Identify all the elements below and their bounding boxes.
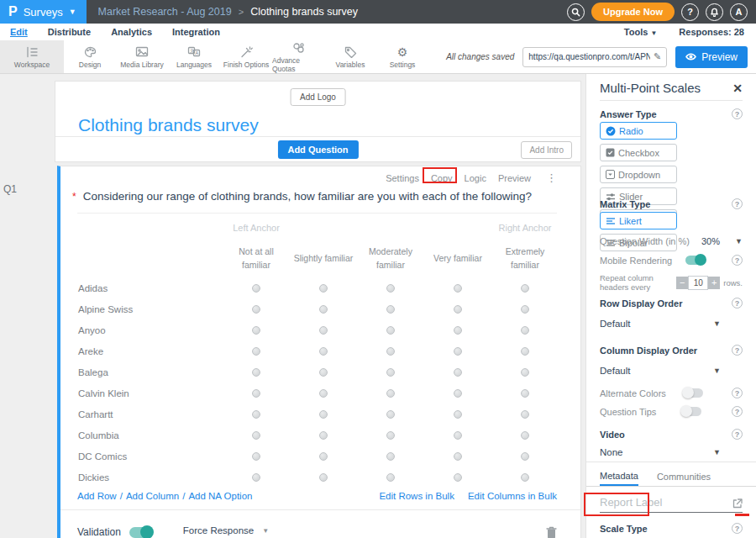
- question-width-value[interactable]: 30%: [701, 236, 720, 246]
- toolbar-item-media-library[interactable]: Media Library: [116, 40, 168, 73]
- radio-button[interactable]: [521, 431, 529, 440]
- tab-communities[interactable]: Communities: [657, 467, 711, 486]
- matrix-row-label[interactable]: Dickies: [60, 472, 223, 483]
- radio-button[interactable]: [386, 347, 395, 356]
- report-label-field[interactable]: Report Label: [600, 496, 743, 513]
- answer-type-checkbox[interactable]: Checkbox: [600, 144, 677, 161]
- matrix-row-label[interactable]: Areke: [60, 346, 223, 356]
- matrix-type-likert[interactable]: Likert: [600, 212, 677, 229]
- radio-button[interactable]: [319, 452, 328, 461]
- radio-button[interactable]: [454, 326, 462, 335]
- question-settings-button[interactable]: Settings: [386, 173, 419, 183]
- radio-button[interactable]: [386, 431, 395, 440]
- radio-button[interactable]: [454, 452, 462, 461]
- toolbar-item-settings[interactable]: ⚙ Settings: [376, 40, 428, 73]
- delete-question-icon[interactable]: [546, 526, 557, 538]
- radio-button[interactable]: [252, 431, 260, 440]
- radio-button[interactable]: [521, 368, 529, 377]
- alternate-colors-toggle[interactable]: [683, 388, 703, 398]
- radio-button[interactable]: [386, 368, 395, 377]
- external-link-icon[interactable]: [732, 498, 743, 509]
- help-icon[interactable]: ?: [732, 198, 743, 209]
- radio-button[interactable]: [454, 431, 462, 440]
- radio-button[interactable]: [319, 368, 328, 377]
- radio-button[interactable]: [521, 473, 529, 482]
- help-icon[interactable]: ?: [732, 255, 743, 266]
- toolbar-item-design[interactable]: Design: [64, 40, 116, 73]
- add-logo-button[interactable]: Add Logo: [290, 88, 346, 106]
- matrix-column-header[interactable]: Extremely familiar: [491, 245, 559, 272]
- radio-button[interactable]: [319, 473, 328, 482]
- minus-button[interactable]: −: [676, 277, 688, 289]
- matrix-column-header[interactable]: Very familiar: [424, 251, 491, 265]
- survey-url-field[interactable]: https://qa.questionpro.com/t/APNrFZfQ ✎: [522, 47, 667, 67]
- question-tips-toggle[interactable]: [681, 407, 701, 416]
- toolbar-item-finish-options[interactable]: Finish Options: [220, 40, 272, 73]
- matrix-row-label[interactable]: Balega: [60, 367, 223, 377]
- matrix-row-label[interactable]: Carhartt: [60, 409, 223, 419]
- radio-button[interactable]: [521, 284, 529, 293]
- help-icon[interactable]: ?: [732, 108, 743, 119]
- radio-button[interactable]: [252, 368, 260, 377]
- radio-button[interactable]: [454, 368, 462, 377]
- question-text[interactable]: Considering our range of clothing brands…: [83, 190, 532, 203]
- mobile-rendering-toggle[interactable]: [685, 256, 706, 265]
- matrix-row-label[interactable]: Columbia: [60, 430, 223, 440]
- radio-button[interactable]: [319, 326, 328, 335]
- help-icon[interactable]: ?: [732, 406, 743, 417]
- radio-button[interactable]: [386, 452, 395, 461]
- radio-button[interactable]: [319, 347, 328, 356]
- close-icon[interactable]: ✕: [732, 82, 743, 95]
- matrix-row-label[interactable]: DC Comics: [60, 451, 223, 462]
- radio-button[interactable]: [319, 305, 328, 314]
- radio-button[interactable]: [454, 389, 462, 398]
- matrix-column-header[interactable]: Not at all familiar: [223, 245, 290, 272]
- radio-button[interactable]: [454, 473, 462, 482]
- matrix-row-label[interactable]: Calvin Klein: [60, 388, 223, 398]
- edit-rows-in-bulk-link[interactable]: Edit Rows in Bulk: [379, 491, 454, 501]
- video-select[interactable]: None ▼: [600, 447, 743, 457]
- radio-button[interactable]: [252, 284, 260, 293]
- radio-button[interactable]: [454, 305, 462, 314]
- validation-toggle[interactable]: [129, 527, 153, 538]
- toolbar-item-workspace[interactable]: Workspace: [0, 40, 64, 73]
- radio-button[interactable]: [386, 326, 395, 335]
- question-preview-button[interactable]: Preview: [498, 173, 531, 183]
- radio-button[interactable]: [521, 410, 529, 419]
- more-options-icon[interactable]: ⋮: [546, 171, 557, 184]
- add-row-link[interactable]: Add Row: [77, 491, 117, 501]
- radio-button[interactable]: [386, 305, 395, 314]
- matrix-column-header[interactable]: Slightly familiar: [290, 251, 357, 265]
- radio-button[interactable]: [454, 410, 462, 419]
- row-display-order-select[interactable]: Default ▼: [600, 319, 743, 329]
- question-copy-button[interactable]: Copy: [431, 173, 453, 183]
- breadcrumb-folder[interactable]: Market Research - Aug 2019: [98, 6, 232, 18]
- tab-metadata[interactable]: Metadata: [600, 467, 638, 486]
- radio-button[interactable]: [454, 284, 462, 293]
- radio-button[interactable]: [252, 326, 260, 335]
- radio-button[interactable]: [252, 452, 260, 461]
- toolbar-item-advance-quotas[interactable]: Advance Quotas: [272, 40, 324, 73]
- radio-button[interactable]: [386, 284, 395, 293]
- validation-type-select[interactable]: Force Response ▼: [181, 525, 272, 538]
- add-column-link[interactable]: Add Column: [126, 491, 179, 501]
- add-na-option-link[interactable]: Add NA Option: [188, 491, 252, 501]
- radio-button[interactable]: [252, 473, 260, 482]
- help-button[interactable]: ?: [681, 3, 699, 21]
- account-avatar[interactable]: A: [730, 3, 748, 21]
- nav-tab-distribute[interactable]: Distribute: [48, 27, 91, 37]
- matrix-column-header[interactable]: Moderately familiar: [357, 245, 424, 272]
- radio-button[interactable]: [252, 347, 260, 356]
- radio-button[interactable]: [252, 305, 260, 314]
- radio-button[interactable]: [521, 326, 529, 335]
- radio-button[interactable]: [319, 389, 328, 398]
- radio-button[interactable]: [386, 389, 395, 398]
- search-icon[interactable]: [567, 3, 585, 21]
- add-question-button[interactable]: Add Question: [277, 140, 358, 159]
- help-icon[interactable]: ?: [732, 388, 743, 398]
- matrix-row-label[interactable]: Anyoo: [60, 325, 223, 335]
- radio-button[interactable]: [521, 389, 529, 398]
- matrix-row-label[interactable]: Alpine Swiss: [60, 304, 223, 314]
- answer-type-dropdown[interactable]: Dropdown: [600, 166, 677, 183]
- radio-button[interactable]: [252, 389, 260, 398]
